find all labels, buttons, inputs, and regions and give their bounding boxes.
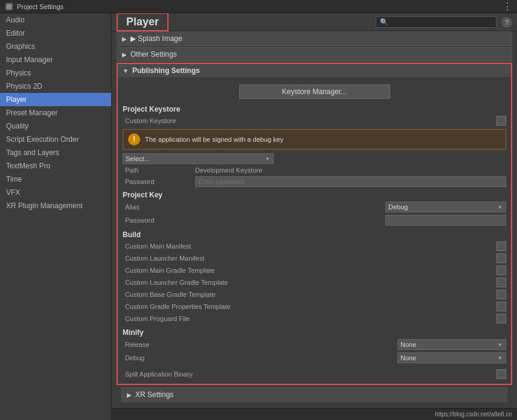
custom-launcher-manifest-checkbox[interactable] [496,253,506,263]
sidebar-item-physics[interactable]: Physics [0,66,111,80]
watermark-bar: https://blog.csdn.net/a8e8.cn [112,408,517,420]
custom-proguard-label: Custom Proguard File [123,315,496,322]
release-label: Release [123,341,397,348]
content-area: Player 🔍 ? ▶ ▶ Splash Image ▶ Other Sett… [112,13,517,420]
custom-launcher-gradle-label: Custom Launcher Gradle Template [123,279,496,286]
title-bar: Project Settings ⋮ [0,0,517,13]
xr-settings-triangle-icon: ▶ [127,392,132,398]
sidebar-item-preset-manager[interactable]: Preset Manager [0,106,111,119]
scroll-area: ▶ ▶ Splash Image ▶ Other Settings ▼ Publ… [112,31,517,408]
custom-base-gradle-row: Custom Base Gradle Template [123,288,506,301]
split-app-binary-checkbox[interactable] [496,369,506,379]
help-button[interactable]: ? [501,17,512,28]
project-key-password-input[interactable] [385,215,506,226]
path-value: Development Keystore [195,167,506,174]
path-row: Path Development Keystore [123,165,506,175]
keystore-manager-button[interactable]: Keystore Manager... [239,84,390,99]
split-app-binary-label: Split Application Binary [123,371,496,378]
split-app-binary-row: Split Application Binary [123,368,506,380]
alias-select[interactable]: Debug [385,202,506,212]
page-title: Player [117,13,169,31]
build-section-title: Build [123,227,506,240]
release-select-wrapper[interactable]: None ProGuard Gradle [397,339,506,350]
custom-main-manifest-row: Custom Main Manifest [123,240,506,252]
sidebar-item-editor[interactable]: Editor [0,27,111,40]
watermark-text: https://blog.csdn.net/a8e8.cn [435,411,512,418]
sidebar-item-audio[interactable]: Audio [0,13,111,27]
project-key-password-label: Password [123,217,385,224]
custom-launcher-gradle-checkbox[interactable] [496,278,506,287]
alias-select-wrapper[interactable]: Debug [385,202,506,212]
xr-settings-label: XR Settings [135,390,173,399]
minify-section-title: Minify [123,325,506,338]
publishing-content: Keystore Manager... Project Keystore Cus… [118,77,511,384]
splash-image-section-header[interactable]: ▶ ▶ Splash Image [117,31,512,46]
custom-main-manifest-label: Custom Main Manifest [123,243,496,250]
password-label: Password [123,178,195,185]
sidebar-item-input-manager[interactable]: Input Manager [0,53,111,66]
password-input[interactable] [195,176,506,187]
sidebar-item-physics-2d[interactable]: Physics 2D [0,80,111,93]
header-bar: Player 🔍 ? [112,13,517,31]
window-icon [5,2,13,11]
sidebar: Audio Editor Graphics Input Manager Phys… [0,13,112,420]
custom-keystore-checkbox[interactable] [496,116,506,126]
release-select[interactable]: None ProGuard Gradle [397,339,506,350]
sidebar-item-quality[interactable]: Quality [0,119,111,133]
other-settings-triangle-icon: ▶ [122,51,127,58]
custom-main-gradle-checkbox[interactable] [496,266,506,275]
alias-row: Alias Debug [123,200,506,214]
splash-image-label: ▶ Splash Image [130,34,182,43]
project-key-title: Project Key [123,188,506,200]
debug-label: Debug [123,354,397,361]
publishing-settings-header[interactable]: ▼ Publishing Settings [118,64,511,77]
custom-main-gradle-label: Custom Main Gradle Template [123,267,496,274]
custom-gradle-properties-label: Custom Gradle Properties Template [123,303,496,310]
project-key-password-row: Password [123,214,506,227]
debug-row: Debug None ProGuard Gradle [123,351,506,364]
warning-box: ! The application will be signed with a … [123,129,506,150]
custom-launcher-gradle-row: Custom Launcher Gradle Template [123,276,506,288]
sidebar-item-graphics[interactable]: Graphics [0,40,111,53]
xr-settings-section-header[interactable]: ▶ XR Settings [121,387,507,402]
custom-gradle-properties-checkbox[interactable] [496,302,506,311]
sidebar-item-player[interactable]: Player [0,93,111,106]
sidebar-item-xr-plugin-management[interactable]: XR Plugin Management [0,199,111,212]
custom-proguard-row: Custom Proguard File [123,313,506,325]
release-row: Release None ProGuard Gradle [123,338,506,351]
warning-text: The application will be signed with a de… [145,136,283,143]
custom-launcher-manifest-label: Custom Launcher Manifest [123,255,496,262]
search-input[interactable] [391,19,492,26]
search-container: 🔍 [376,16,496,28]
custom-base-gradle-label: Custom Base Gradle Template [123,291,496,298]
publishing-settings-section: ▼ Publishing Settings Keystore Manager..… [117,63,512,385]
keystore-select-wrapper[interactable]: Select... [123,153,274,164]
other-settings-section-header[interactable]: ▶ Other Settings [117,47,512,62]
sidebar-item-tags-and-layers[interactable]: Tags and Layers [0,146,111,159]
custom-main-gradle-row: Custom Main Gradle Template [123,264,506,276]
sidebar-item-vfx[interactable]: VFX [0,186,111,199]
custom-keystore-row: Custom Keystore [123,115,506,127]
alias-label: Alias [123,203,385,211]
select-row: Select... [123,152,506,165]
kebab-menu-icon[interactable]: ⋮ [503,1,512,12]
custom-main-manifest-checkbox[interactable] [496,241,506,251]
debug-select-wrapper[interactable]: None ProGuard Gradle [397,352,506,363]
window-title: Project Settings [17,3,63,10]
custom-proguard-checkbox[interactable] [496,314,506,323]
project-keystore-title: Project Keystore [123,103,506,115]
search-icon: 🔍 [380,18,388,26]
custom-launcher-manifest-row: Custom Launcher Manifest [123,252,506,264]
sidebar-item-textmesh-pro[interactable]: TextMesh Pro [0,159,111,173]
sidebar-item-time[interactable]: Time [0,173,111,186]
splash-triangle-icon: ▶ [122,36,127,42]
sidebar-item-script-execution-order[interactable]: Script Execution Order [0,133,111,146]
custom-base-gradle-checkbox[interactable] [496,290,506,299]
custom-gradle-properties-row: Custom Gradle Properties Template [123,301,506,313]
keystore-select[interactable]: Select... [123,153,274,164]
password-row: Password [123,175,506,188]
debug-select[interactable]: None ProGuard Gradle [397,352,506,363]
custom-keystore-label: Custom Keystore [123,117,496,124]
svg-rect-1 [7,4,11,9]
warning-icon: ! [128,133,140,145]
